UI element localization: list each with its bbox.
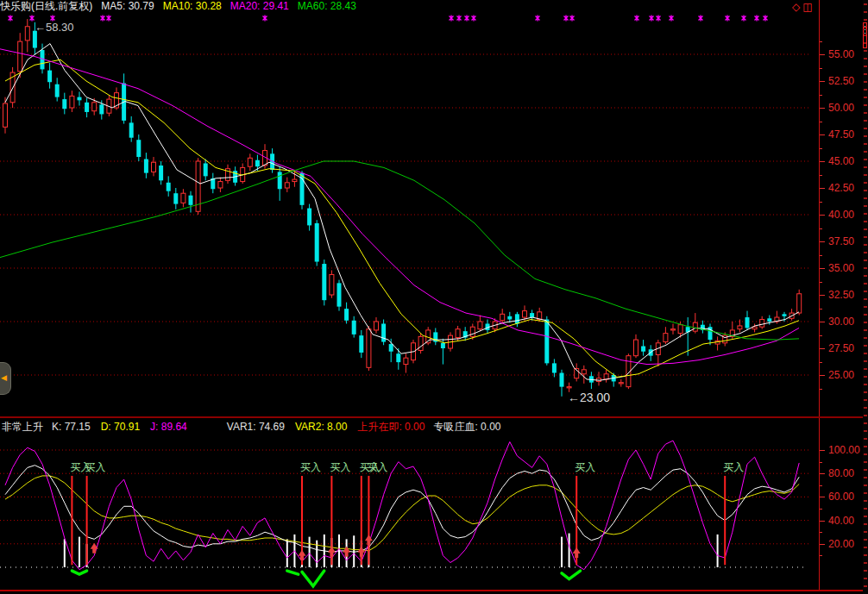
scrollbar-tick bbox=[864, 570, 867, 572]
axis-tick bbox=[820, 68, 822, 69]
price-axis-label: 42.50 bbox=[828, 182, 854, 194]
bottom-check-mark bbox=[562, 571, 581, 579]
left-arrow-icon: ◀ bbox=[1, 373, 7, 382]
candle bbox=[152, 157, 156, 176]
price-annotation: ←23.00 bbox=[568, 391, 610, 404]
candle bbox=[619, 379, 623, 387]
scrollbar-tick bbox=[864, 547, 867, 548]
axis-tick bbox=[820, 532, 822, 533]
signal-bar bbox=[286, 539, 288, 567]
scrollbar-tick bbox=[864, 453, 867, 455]
candle bbox=[589, 372, 594, 389]
scrollbar-tick bbox=[864, 50, 867, 52]
candle bbox=[486, 320, 490, 334]
event-marker-icon bbox=[564, 16, 569, 22]
main-candlestick-chart[interactable]: ←58.30←23.00 bbox=[0, 0, 818, 417]
kdj-line-d bbox=[5, 476, 799, 551]
scrollbar-tick bbox=[864, 151, 867, 153]
price-axis-label: 27.50 bbox=[828, 342, 854, 354]
scrollbar-tick bbox=[864, 197, 867, 199]
scrollbar-tick bbox=[864, 353, 867, 354]
candle bbox=[530, 310, 534, 320]
axis-tick bbox=[820, 228, 822, 229]
scrollbar-tick bbox=[864, 422, 867, 424]
scrollbar-tick bbox=[864, 306, 867, 308]
indicator-readout: 上升在即: 0.00 bbox=[357, 421, 425, 433]
scrollbar-tick bbox=[864, 531, 867, 533]
scrollbar-tick bbox=[864, 446, 867, 447]
signal-bar bbox=[79, 537, 80, 567]
scrollbar-tick bbox=[864, 66, 867, 67]
right-scrollbar[interactable] bbox=[863, 0, 868, 594]
scrollbar-tick bbox=[864, 236, 867, 238]
candle bbox=[218, 178, 223, 192]
candle bbox=[129, 116, 134, 142]
scrollbar-tick bbox=[864, 399, 867, 401]
candle bbox=[3, 97, 8, 134]
scrollbar-tick bbox=[864, 329, 867, 331]
scrollbar-tick bbox=[864, 58, 867, 59]
scrollbar-tick bbox=[864, 477, 867, 478]
signal-bar bbox=[316, 541, 318, 567]
scrollbar-tick bbox=[864, 283, 867, 284]
indicator-axis-label: 40.00 bbox=[828, 515, 854, 527]
event-marker-icon bbox=[635, 16, 639, 22]
candle bbox=[352, 316, 356, 338]
ma-line-ma60 bbox=[0, 161, 799, 340]
axis-tick bbox=[820, 148, 822, 149]
signal-bar bbox=[569, 534, 570, 567]
candle bbox=[552, 359, 557, 377]
scrollbar-tick bbox=[864, 384, 867, 385]
candle bbox=[85, 98, 89, 117]
candle bbox=[248, 153, 252, 171]
event-marker-icon bbox=[472, 16, 476, 22]
scrollbar-thumb[interactable] bbox=[863, 22, 867, 48]
event-marker-icon bbox=[30, 16, 35, 22]
axis-tick bbox=[820, 509, 822, 510]
price-axis-label: 45.00 bbox=[828, 155, 854, 167]
scrollbar-tick bbox=[864, 578, 867, 579]
scrollbar-tick bbox=[864, 112, 867, 114]
axis-tick bbox=[820, 462, 822, 463]
axis-tick bbox=[820, 389, 822, 390]
event-marker-icon bbox=[450, 16, 454, 22]
event-marker-icon bbox=[670, 16, 674, 22]
axis-tick bbox=[820, 282, 822, 283]
price-axis-label: 30.00 bbox=[828, 316, 854, 328]
scrollbar-tick bbox=[864, 275, 867, 277]
buy-label: 买入 bbox=[300, 461, 321, 473]
candle bbox=[597, 372, 601, 385]
scrollbar-tick bbox=[864, 291, 867, 292]
scrollbar-tick bbox=[864, 337, 867, 339]
candle bbox=[211, 173, 215, 194]
axis-tick bbox=[820, 188, 825, 189]
event-marker-icon bbox=[755, 16, 759, 22]
indicator-axis-label: 100.00 bbox=[828, 444, 860, 456]
scrollbar-tick bbox=[864, 585, 867, 587]
candle bbox=[285, 178, 289, 192]
axis-tick bbox=[820, 108, 825, 109]
scrollbar-tick bbox=[864, 391, 867, 393]
candle bbox=[70, 91, 74, 112]
price-axis-label: 40.00 bbox=[828, 209, 854, 221]
axis-tick bbox=[820, 241, 825, 242]
scrollbar-tick bbox=[864, 516, 867, 517]
candle bbox=[797, 290, 802, 316]
scrollbar-tick bbox=[864, 376, 867, 378]
candle bbox=[701, 321, 705, 334]
event-marker-icon bbox=[726, 16, 730, 22]
trading-app-window: 快乐购(日线.前复权)MA5: 30.79MA10: 30.28MA20: 29… bbox=[0, 0, 868, 594]
candle bbox=[78, 91, 82, 105]
scrollbar-tick bbox=[864, 228, 867, 230]
scrollbar-tick bbox=[864, 322, 867, 323]
scrollbar-tick bbox=[864, 508, 867, 510]
ma-line-ma20 bbox=[0, 49, 799, 365]
up-arrow-icon bbox=[573, 547, 581, 558]
candle bbox=[582, 366, 586, 384]
scrollbar-tick bbox=[864, 314, 867, 316]
kdj-indicator-chart[interactable]: 买入买入买入买入买入买入买入买入 bbox=[0, 436, 818, 589]
sidebar-collapse-handle[interactable]: ◀ bbox=[0, 362, 11, 395]
bottom-check-mark bbox=[287, 571, 299, 574]
scrollbar-tick bbox=[864, 438, 867, 440]
kdj-line-k bbox=[5, 466, 799, 553]
